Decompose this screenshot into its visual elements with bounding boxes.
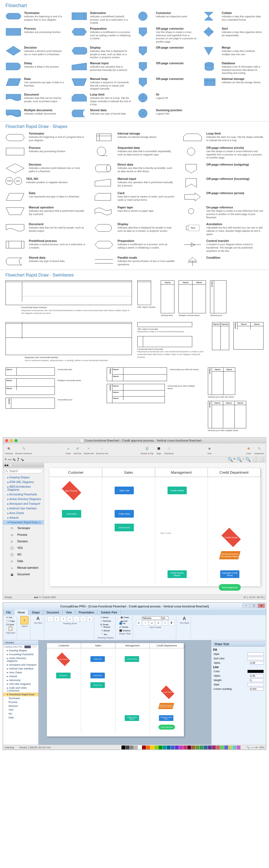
win-sidebar-item[interactable]: ▸ Artwork (3, 674, 38, 678)
color-swatch[interactable] (150, 746, 154, 749)
color-swatch[interactable] (196, 746, 199, 749)
color-swatch[interactable] (126, 746, 129, 749)
browse-solutions-button[interactable]: 🔍Browse Solutions (15, 445, 32, 455)
color-swatch[interactable] (138, 746, 142, 749)
distribute-button[interactable]: ⬜Distribute (164, 445, 174, 455)
win-shape-item[interactable]: Decision (3, 704, 38, 708)
add-link-button[interactable]: 🔗Add link (73, 445, 81, 455)
shape-palette-item[interactable]: ⬭Terminator (3, 525, 44, 531)
color-swatch[interactable] (167, 746, 171, 749)
shape-palette-item[interactable]: ◇Decision (3, 538, 44, 545)
grid-button[interactable]: ▦Grid (206, 445, 213, 455)
color-swatch[interactable] (155, 746, 158, 749)
sidebar-item[interactable]: ▸ ATM UML Diagrams (3, 480, 44, 485)
win-sidebar-item[interactable]: ▸ Android User Interface (3, 667, 38, 671)
win-shape-item[interactable]: Terminator (3, 696, 38, 700)
tab-shape[interactable]: Shape (29, 610, 43, 615)
win-close-button[interactable]: ✕ (258, 603, 265, 608)
sidebar-item[interactable]: ▸ Android User Interface (3, 506, 44, 511)
close-button[interactable] (5, 439, 8, 442)
color-swatch[interactable] (212, 746, 216, 749)
sidebar-item-selected[interactable]: ▾ Flowcharts Rapid Draw ⊙ (3, 520, 44, 525)
node-issued[interactable]: Credit Issued Report (168, 570, 187, 578)
win-shape-item[interactable]: YES (3, 708, 38, 712)
node-document[interactable]: Document (62, 510, 81, 518)
node-review[interactable]: Review Accounts Receivable Report (219, 551, 240, 559)
win-max-button[interactable]: ▢ (250, 603, 257, 608)
color-swatches[interactable] (121, 745, 241, 750)
fill-color2-picker[interactable] (247, 657, 264, 660)
inspectors-button[interactable]: 🔧Inspectors (254, 445, 264, 455)
canvas[interactable]: CustomerSalesManagementCredit Department… (44, 463, 266, 594)
color-button[interactable]: 🎨Color (245, 445, 252, 455)
node-order-entry[interactable]: Order Entry (114, 510, 134, 518)
win-sidebar-item[interactable]: ▸ Astronomy (3, 678, 38, 682)
sidebar-item[interactable]: ▸ Area Charts (3, 511, 44, 516)
node-sales-call[interactable]: Sales Call (114, 487, 134, 494)
search-input[interactable] (4, 469, 43, 473)
font-size-input[interactable] (162, 616, 168, 620)
color-swatch[interactable] (175, 746, 179, 749)
color-swatch[interactable] (130, 746, 134, 749)
alpha-input[interactable] (250, 661, 264, 664)
chart-button[interactable]: 📊Chart (65, 445, 71, 455)
win-sidebar-item[interactable]: ▸ ATM UML Diagrams (3, 682, 38, 686)
color-swatch[interactable] (159, 746, 162, 749)
color-swatch[interactable] (228, 746, 232, 749)
win-shape-item[interactable]: Data (3, 716, 38, 719)
color-swatch[interactable] (134, 746, 138, 749)
color-swatch[interactable] (220, 746, 224, 749)
color-swatch[interactable] (200, 746, 203, 749)
win-sidebar-item[interactable]: ▸ Audio and Video Connectors (3, 686, 38, 692)
tab-home[interactable]: Home (14, 610, 29, 615)
sidebar-item[interactable]: ▸ Active Directory Diagrams (3, 497, 44, 501)
color-swatch[interactable] (122, 746, 125, 749)
shape-palette-item[interactable]: ▱Data (3, 558, 44, 564)
color-swatch[interactable] (233, 746, 236, 749)
win-sidebar-item[interactable]: ▸ Active Directory Diagrams (3, 656, 38, 663)
rotate-&-flip-button[interactable]: 🔄Rotate & Flip (141, 445, 153, 455)
node-approved[interactable]: Terms Approved (219, 584, 241, 591)
shape-palette-item[interactable]: ⬓Document (3, 571, 44, 578)
corner-input[interactable] (250, 687, 264, 691)
color-swatch[interactable] (163, 746, 166, 749)
libraries-button[interactable]: 📚Libraries (5, 445, 13, 455)
shape-palette-item[interactable]: ⏢Manual operation (3, 564, 44, 571)
color-swatch[interactable] (237, 746, 240, 749)
align-button[interactable]: ⬛Align (156, 445, 162, 455)
line-alpha-input[interactable] (250, 674, 264, 677)
node-buy[interactable]: Buy Product (62, 481, 81, 501)
color-swatch[interactable] (192, 746, 195, 749)
sidebar-item[interactable]: ▸ Artwork (3, 516, 44, 520)
tab-view[interactable]: View (63, 610, 75, 615)
node-criteria[interactable]: Credit Criteria (168, 487, 187, 494)
shape-palette-item[interactable]: ▭Process (3, 531, 44, 538)
win-sidebar-item[interactable]: ▸ Area Charts (3, 671, 38, 674)
color-swatch[interactable] (204, 746, 208, 749)
win-sidebar-item[interactable]: ▸ Accounting Flowcharts (3, 652, 38, 656)
sidebar-item[interactable]: ▸ Drawing Shapes (3, 475, 44, 480)
sidebar-item[interactable]: ▸ Aerospace and Transport (3, 501, 44, 506)
tab-document[interactable]: Document (43, 610, 63, 615)
win-shape-item[interactable]: NO (3, 712, 38, 716)
win-shape-item[interactable]: Process (3, 700, 38, 704)
node-order-form[interactable]: Order Form (114, 524, 134, 531)
win-sidebar-item[interactable]: ▸ Drawing Shapes (3, 649, 38, 652)
shape-palette-item[interactable]: ◯NO (3, 551, 44, 558)
reverse-link-button[interactable]: ↔Reverse link (96, 445, 108, 455)
win-sidebar-selected[interactable]: ▾ Flowcharts Rapid Draw (3, 692, 38, 696)
win-sidebar-item[interactable]: ▸ Aerospace and Transport (3, 663, 38, 667)
minimize-button[interactable] (10, 439, 13, 442)
font-name-input[interactable] (142, 616, 161, 620)
node-calc[interactable]: Calculate Credit Terms (220, 570, 239, 578)
node-credit-check[interactable]: Credit Check (221, 528, 241, 547)
fill-style-picker[interactable] (247, 652, 264, 656)
color-swatch[interactable] (216, 746, 220, 749)
weight-input[interactable] (250, 679, 264, 682)
color-swatch[interactable] (183, 746, 187, 749)
zoom-level[interactable]: Custom 59% (42, 596, 56, 599)
color-swatch[interactable] (224, 746, 228, 749)
win-min-button[interactable]: ─ (242, 603, 249, 608)
color-swatch[interactable] (187, 746, 191, 749)
line-style-picker[interactable] (247, 683, 264, 686)
